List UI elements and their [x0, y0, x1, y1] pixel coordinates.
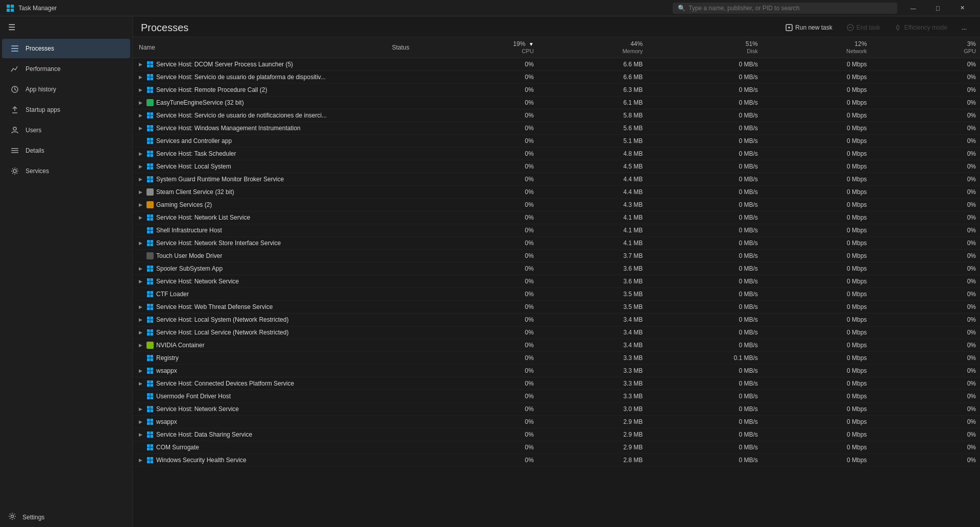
table-row[interactable]: ▶ Service Host: Local System (Network Re… — [133, 314, 980, 326]
expand-arrow[interactable]: ▶ — [137, 342, 144, 349]
process-table-container[interactable]: Name Status 19% ▼CPU 44%Memory 51%Disk 1… — [133, 37, 980, 527]
search-input[interactable] — [689, 5, 892, 12]
table-row[interactable]: ▶ EasyTuneEngineService (32 bit) 0% 6.1 … — [133, 97, 980, 109]
table-row[interactable]: Usermode Font Driver Host 0% 3.3 MB 0 MB… — [133, 390, 980, 403]
expand-arrow[interactable]: ▶ — [137, 214, 144, 221]
col-gpu[interactable]: 3%GPU — [871, 37, 980, 58]
expand-arrow[interactable]: ▶ — [137, 61, 144, 68]
table-row[interactable]: ▶ wsappx 0% 2.9 MB 0 MB/s 0 Mbps 0% — [133, 416, 980, 428]
sidebar-item-app-history[interactable]: App history — [2, 80, 130, 99]
table-row[interactable]: ▶ Service Host: Windows Management Instr… — [133, 122, 980, 135]
end-task-button[interactable]: End task — [842, 21, 886, 34]
expand-arrow[interactable]: ▶ — [137, 201, 144, 208]
sidebar-item-processes[interactable]: Processes — [2, 39, 130, 58]
process-icon — [146, 430, 154, 439]
col-cpu[interactable]: 19% ▼CPU — [429, 37, 538, 58]
expand-arrow[interactable]: ▶ — [137, 176, 144, 183]
table-row[interactable]: ▶ Service Host: Network Service 0% 3.6 M… — [133, 275, 980, 288]
sidebar-item-services[interactable]: Services — [2, 161, 130, 181]
expand-arrow[interactable]: ▶ — [137, 405, 144, 413]
process-gpu: 0% — [871, 314, 980, 326]
expand-arrow[interactable]: ▶ — [137, 418, 144, 425]
table-row[interactable]: Registry 0% 3.3 MB 0.1 MB/s 0 Mbps 0% — [133, 352, 980, 365]
col-memory[interactable]: 44%Memory — [538, 37, 647, 58]
title-bar: Task Manager 🔍 — ⎕ ✕ — [0, 0, 980, 16]
expand-arrow[interactable]: ▶ — [137, 431, 144, 438]
settings-item[interactable]: Settings — [0, 507, 132, 527]
table-row[interactable]: Shell Infrastructure Host 0% 4.1 MB 0 MB… — [133, 224, 980, 237]
table-row[interactable]: ▶ Service Host: Connected Devices Platfo… — [133, 377, 980, 390]
process-cpu: 0% — [429, 211, 538, 224]
table-row[interactable]: Services and Controller app 0% 5.1 MB 0 … — [133, 135, 980, 148]
table-row[interactable]: ▶ Service Host: Remote Procedure Call (2… — [133, 84, 980, 97]
expand-arrow[interactable]: ▶ — [137, 265, 144, 272]
table-row[interactable]: ▶ Gaming Services (2) 0% 4.3 MB 0 MB/s 0… — [133, 199, 980, 211]
efficiency-mode-button[interactable]: Efficiency mode — [889, 21, 952, 34]
expand-arrow[interactable]: ▶ — [137, 367, 144, 374]
col-status[interactable]: Status — [388, 37, 429, 58]
table-row[interactable]: COM Surrogate 0% 2.9 MB 0 MB/s 0 Mbps 0% — [133, 441, 980, 454]
table-row[interactable]: ▶ Service Host: Local System 0% 4.5 MB 0… — [133, 160, 980, 173]
col-network[interactable]: 12%Network — [762, 37, 871, 58]
table-row[interactable]: ▶ Windows Security Health Service 0% 2.8… — [133, 454, 980, 467]
table-row[interactable]: ▶ Service Host: Task Scheduler 0% 4.8 MB… — [133, 148, 980, 160]
table-row[interactable]: ▶ Service Host: Servicio de usuario de p… — [133, 71, 980, 84]
table-row[interactable]: ▶ Service Host: Servicio de usuario de n… — [133, 109, 980, 122]
table-row[interactable]: ▶ Spooler SubSystem App 0% 3.6 MB 0 MB/s… — [133, 262, 980, 275]
table-row[interactable]: ▶ Service Host: Network List Service 0% … — [133, 211, 980, 224]
process-network: 0 Mbps — [762, 84, 871, 97]
process-disk: 0 MB/s — [647, 326, 762, 339]
col-disk[interactable]: 51%Disk — [647, 37, 762, 58]
hamburger-menu[interactable]: ☰ — [0, 16, 132, 38]
table-row[interactable]: ▶ NVIDIA Container 0% 3.4 MB 0 MB/s 0 Mb… — [133, 339, 980, 352]
expand-arrow[interactable]: ▶ — [137, 457, 144, 464]
expand-arrow[interactable]: ▶ — [137, 99, 144, 106]
expand-arrow[interactable]: ▶ — [137, 150, 144, 157]
run-new-task-button[interactable]: Run new task — [780, 21, 838, 34]
table-row[interactable]: CTF Loader 0% 3.5 MB 0 MB/s 0 Mbps 0% — [133, 288, 980, 301]
expand-arrow[interactable]: ▶ — [137, 278, 144, 285]
expand-arrow[interactable]: ▶ — [137, 86, 144, 93]
expand-arrow[interactable]: ▶ — [137, 329, 144, 336]
minimize-button[interactable]: — — [901, 0, 925, 16]
expand-arrow[interactable]: ▶ — [137, 163, 144, 170]
table-row[interactable]: ▶ Steam Client Service (32 bit) 0% 4.4 M… — [133, 186, 980, 199]
table-row[interactable]: ▶ Service Host: Local Service (Network R… — [133, 326, 980, 339]
expand-arrow[interactable]: ▶ — [137, 188, 144, 196]
process-icon — [146, 290, 154, 298]
table-row[interactable]: ▶ Service Host: Network Service 0% 3.0 M… — [133, 403, 980, 416]
process-name-cell: ▶ Service Host: Local System (Network Re… — [133, 314, 388, 326]
expand-arrow[interactable]: ▶ — [137, 316, 144, 323]
expand-arrow[interactable]: ▶ — [137, 74, 144, 81]
sidebar-item-details[interactable]: Details — [2, 141, 130, 160]
expand-arrow[interactable]: ▶ — [137, 303, 144, 310]
expand-arrow[interactable]: ▶ — [137, 380, 144, 387]
search-bar[interactable]: 🔍 — [673, 3, 897, 14]
svg-rect-70 — [147, 269, 150, 272]
table-row[interactable]: ▶ wsappx 0% 3.3 MB 0 MB/s 0 Mbps 0% — [133, 365, 980, 377]
more-options-button[interactable]: ... — [957, 21, 972, 34]
process-network: 0 Mbps — [762, 390, 871, 403]
process-disk: 0 MB/s — [647, 135, 762, 148]
process-name-cell: ▶ NVIDIA Container — [133, 339, 388, 351]
sidebar-item-startup-apps[interactable]: Startup apps — [2, 100, 130, 119]
process-gpu: 0% — [871, 326, 980, 339]
table-row[interactable]: ▶ Service Host: Network Store Interface … — [133, 237, 980, 250]
expand-arrow[interactable]: ▶ — [137, 239, 144, 247]
maximize-button[interactable]: ⎕ — [926, 0, 949, 16]
table-row[interactable]: ▶ Service Host: Web Threat Defense Servi… — [133, 301, 980, 314]
svg-rect-10 — [11, 148, 18, 149]
sidebar-item-users[interactable]: Users — [2, 121, 130, 140]
close-button[interactable]: ✕ — [950, 0, 974, 16]
table-row[interactable]: ▶ System Guard Runtime Monitor Broker Se… — [133, 173, 980, 186]
table-row[interactable]: ▶ Service Host: Data Sharing Service 0% … — [133, 428, 980, 441]
sidebar-item-performance[interactable]: Performance — [2, 59, 130, 79]
col-name[interactable]: Name — [133, 37, 388, 58]
svg-rect-56 — [147, 214, 150, 218]
expand-arrow[interactable]: ▶ — [137, 125, 144, 132]
table-row[interactable]: Touch User Mode Driver 0% 3.7 MB 0 MB/s … — [133, 250, 980, 262]
expand-arrow[interactable]: ▶ — [137, 112, 144, 119]
services-label: Services — [26, 167, 49, 175]
process-status — [388, 275, 429, 288]
table-row[interactable]: ▶ Service Host: DCOM Server Process Laun… — [133, 58, 980, 71]
